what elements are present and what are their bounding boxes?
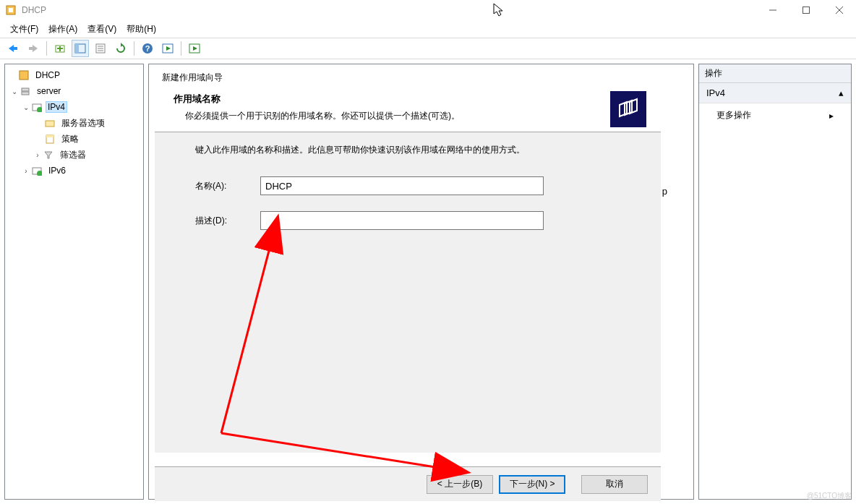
watermark: @51CTO博客 <box>807 491 852 501</box>
server-options-icon <box>44 117 56 129</box>
minimize-button[interactable] <box>756 0 789 20</box>
expander-icon[interactable]: › <box>33 149 43 161</box>
wizard-heading: 作用域名称 <box>169 93 604 106</box>
tree-server[interactable]: ⌄ server <box>7 83 142 99</box>
menubar: 文件(F) 操作(A) 查看(V) 帮助(H) <box>0 20 856 38</box>
svg-marker-34 <box>45 152 52 158</box>
tree-ipv6[interactable]: › IPv6 <box>7 163 142 179</box>
ipv4-icon <box>31 101 43 113</box>
wizard-title: 新建作用域向导 <box>155 66 661 87</box>
tree-pane: DHCP ⌄ server ⌄ IPv4 服务器选项 策略 › <box>4 64 144 500</box>
toolbar-separator <box>46 41 47 56</box>
ipv6-icon <box>31 165 43 176</box>
wizard-body: 键入此作用域的名称和描述。此信息可帮助你快速识别该作用域在网络中的使用方式。 名… <box>155 132 661 453</box>
tree-policies[interactable]: 策略 <box>7 131 142 147</box>
name-row: 名称(A): <box>195 176 632 195</box>
toolbar-separator <box>181 41 181 56</box>
stray-text: p <box>662 186 667 197</box>
collapse-icon: ▴ <box>839 87 844 98</box>
actions-pane: 操作 IPv4 ▴ 更多操作 ▸ <box>698 64 852 500</box>
tree-ipv4[interactable]: ⌄ IPv4 <box>7 99 142 115</box>
app-icon <box>4 4 17 17</box>
svg-marker-6 <box>9 45 14 52</box>
toolbar-separator <box>134 41 134 56</box>
scope-name-input[interactable] <box>260 176 544 195</box>
policies-icon <box>44 133 56 145</box>
action-more[interactable]: 更多操作 ▸ <box>699 103 851 127</box>
next-button[interactable]: 下一步(N) > <box>499 475 565 494</box>
toolbar: ? <box>0 38 856 59</box>
expander-icon[interactable]: ⌄ <box>9 85 20 97</box>
svg-rect-3 <box>803 7 810 14</box>
svg-rect-9 <box>29 47 33 50</box>
add-button[interactable] <box>51 40 69 57</box>
svg-rect-14 <box>75 44 79 53</box>
svg-rect-1 <box>9 8 13 12</box>
content-pane: p 新建作用域向导 作用域名称 你必须提供一个用于识别的作用域名称。你还可以提供… <box>148 64 694 500</box>
back-button[interactable]: < 上一步(B) <box>427 475 493 494</box>
cancel-button[interactable]: 取消 <box>581 475 648 494</box>
window-titlebar: DHCP <box>0 0 856 20</box>
scope-banner-icon <box>610 91 646 127</box>
svg-rect-26 <box>20 71 28 80</box>
main-area: DHCP ⌄ server ⌄ IPv4 服务器选项 策略 › <box>0 59 856 504</box>
properties-button[interactable] <box>92 40 109 57</box>
svg-marker-8 <box>33 45 38 52</box>
expander-icon[interactable]: › <box>21 165 31 176</box>
wizard-subheading: 你必须提供一个用于识别的作用域名称。你还可以提供一个描述(可选)。 <box>169 110 604 122</box>
svg-rect-27 <box>22 88 29 91</box>
menu-file[interactable]: 文件(F) <box>10 23 38 35</box>
actions-group[interactable]: IPv4 ▴ <box>699 83 851 103</box>
svg-rect-33 <box>46 135 54 137</box>
svg-text:?: ? <box>145 44 150 53</box>
dhcp-icon <box>18 69 30 81</box>
chevron-right-icon: ▸ <box>829 111 834 121</box>
desc-row: 描述(D): <box>195 211 632 230</box>
wizard-intro-text: 键入此作用域的名称和描述。此信息可帮助你快速识别该作用域在网络中的使用方式。 <box>195 144 632 156</box>
tree-server-options[interactable]: 服务器选项 <box>7 115 142 131</box>
tree-view[interactable]: DHCP ⌄ server ⌄ IPv4 服务器选项 策略 › <box>5 64 143 181</box>
tree-root[interactable]: DHCP <box>7 67 142 83</box>
wizard-dialog: 新建作用域向导 作用域名称 你必须提供一个用于识别的作用域名称。你还可以提供一个… <box>155 66 661 501</box>
tree-filters[interactable]: › 筛选器 <box>7 147 142 163</box>
svg-rect-7 <box>13 47 17 50</box>
nav-forward-button[interactable] <box>25 40 42 57</box>
menu-view[interactable]: 查看(V) <box>87 23 116 35</box>
menu-action[interactable]: 操作(A) <box>48 23 77 35</box>
server-icon <box>20 85 31 97</box>
refresh-button[interactable] <box>112 40 129 57</box>
show-hide-console-tree-button[interactable] <box>72 40 89 57</box>
svg-marker-19 <box>121 43 123 47</box>
expander-icon[interactable]: ⌄ <box>21 101 31 113</box>
svg-rect-28 <box>22 92 29 95</box>
svg-rect-31 <box>46 121 54 127</box>
filters-icon <box>43 149 54 161</box>
actions-title: 操作 <box>699 64 851 83</box>
wizard-footer: < 上一步(B) 下一步(N) > 取消 <box>155 466 661 501</box>
menu-help[interactable]: 帮助(H) <box>127 23 156 35</box>
scope-desc-input[interactable] <box>260 211 544 230</box>
close-button[interactable] <box>823 0 856 20</box>
name-label: 名称(A): <box>195 180 260 192</box>
window-title: DHCP <box>22 5 46 15</box>
action-extra-button[interactable] <box>186 40 203 57</box>
maximize-button[interactable] <box>789 0 823 20</box>
help-button[interactable]: ? <box>139 40 156 57</box>
action-play-button[interactable] <box>159 40 176 57</box>
desc-label: 描述(D): <box>195 215 260 227</box>
nav-back-button[interactable] <box>4 40 22 57</box>
wizard-header: 作用域名称 你必须提供一个用于识别的作用域名称。你还可以提供一个描述(可选)。 <box>155 87 661 132</box>
